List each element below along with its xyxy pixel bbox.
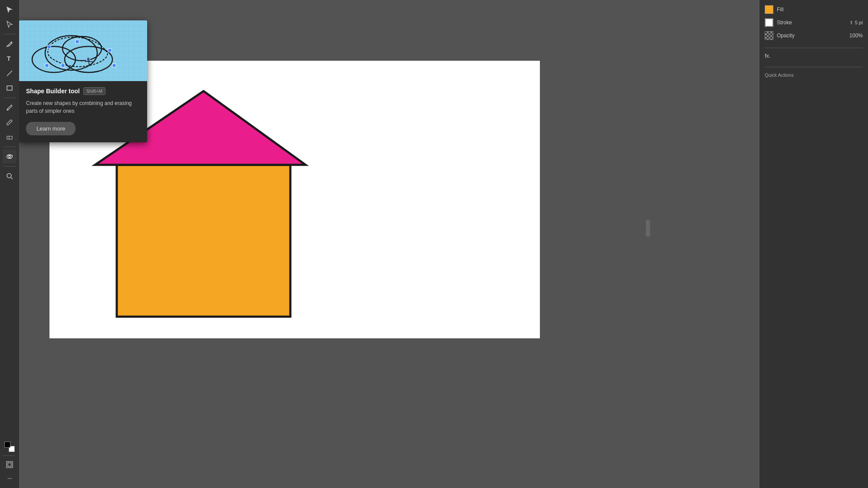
line-tool[interactable]	[3, 66, 16, 80]
main-area: + Shape Builder tool Shift+M Create new …	[19, 0, 760, 488]
quick-actions-label: Quick Actions	[765, 72, 863, 78]
stroke-row: Stroke ⬆ 5 pt	[765, 18, 863, 27]
tool-separator-3	[3, 147, 16, 147]
opacity-row: Opacity 100%	[765, 31, 863, 40]
fill-swatch[interactable]	[765, 5, 773, 14]
svg-rect-5	[7, 136, 12, 139]
tooltip-preview-image: +	[19, 20, 147, 81]
svg-point-0	[11, 42, 12, 43]
tooltip-body: Shape Builder tool Shift+M Create new sh…	[19, 81, 147, 142]
svg-rect-3	[7, 86, 12, 90]
svg-rect-12	[8, 463, 11, 466]
svg-line-2	[7, 71, 12, 76]
stroke-label: Stroke	[777, 20, 846, 26]
fx-label[interactable]: fx.	[765, 52, 771, 59]
svg-rect-22	[76, 40, 79, 43]
svg-rect-21	[47, 45, 51, 49]
canvas-area[interactable]: + Shape Builder tool Shift+M Create new …	[19, 0, 760, 488]
tool-separator-2	[3, 98, 16, 98]
stroke-value-container: ⬆ 5 pt	[849, 20, 863, 26]
fill-row: Fill	[765, 5, 863, 14]
svg-rect-23	[108, 49, 112, 52]
opacity-value[interactable]: 100%	[849, 33, 863, 39]
tool-separator-1	[3, 34, 16, 34]
paintbrush-tool[interactable]	[3, 101, 16, 115]
direct-selection-tool[interactable]	[3, 17, 16, 31]
tool-separator-4	[3, 166, 16, 167]
svg-rect-26	[45, 64, 49, 67]
tooltip-description: Create new shapes by combining and erasi…	[26, 99, 140, 115]
svg-rect-11	[7, 462, 13, 468]
svg-point-4	[7, 109, 9, 111]
svg-line-10	[11, 177, 13, 179]
svg-point-9	[7, 174, 11, 178]
artboard-navigator[interactable]	[3, 458, 16, 472]
type-tool[interactable]: T	[3, 52, 16, 66]
opacity-swatch	[765, 31, 773, 40]
panel-divider-2	[765, 67, 863, 67]
tool-separator-bottom	[3, 455, 15, 456]
zoom-tool[interactable]	[3, 169, 16, 183]
svg-rect-13	[117, 165, 290, 317]
fill-stroke-colors[interactable]	[3, 440, 16, 454]
shape-builder-tooltip: + Shape Builder tool Shift+M Create new …	[19, 20, 147, 142]
opacity-label: Opacity	[777, 33, 846, 39]
eraser-tool[interactable]	[3, 130, 16, 144]
learn-more-button[interactable]: Learn more	[26, 122, 76, 135]
pencil-tool[interactable]	[3, 115, 16, 129]
stroke-swatch[interactable]	[765, 18, 773, 27]
fx-row: fx.	[765, 52, 863, 59]
tooltip-tool-name: Shape Builder tool	[26, 88, 80, 95]
svg-rect-25	[61, 64, 65, 67]
panel-divider-1	[765, 48, 863, 48]
rectangle-tool[interactable]	[3, 81, 16, 95]
left-toolbar: T	[0, 0, 19, 488]
fill-label: Fill	[777, 7, 863, 13]
selection-tool[interactable]	[3, 3, 16, 16]
right-panel: Fill Stroke ⬆ 5 pt Opacity 100% fx. Quic…	[760, 0, 868, 488]
tooltip-title-row: Shape Builder tool Shift+M	[26, 87, 140, 95]
pen-tool[interactable]	[3, 37, 16, 51]
tooltip-shortcut: Shift+M	[83, 87, 106, 95]
svg-text:+: +	[86, 56, 89, 61]
svg-rect-27	[112, 64, 116, 67]
stroke-value[interactable]: 5 pt	[855, 20, 863, 25]
vertical-scrollbar[interactable]	[646, 219, 650, 237]
svg-text:T: T	[7, 55, 11, 62]
more-tools-button[interactable]: ···	[3, 472, 16, 485]
shape-builder-tool[interactable]	[3, 150, 16, 164]
bottom-tools: ···	[3, 440, 16, 485]
